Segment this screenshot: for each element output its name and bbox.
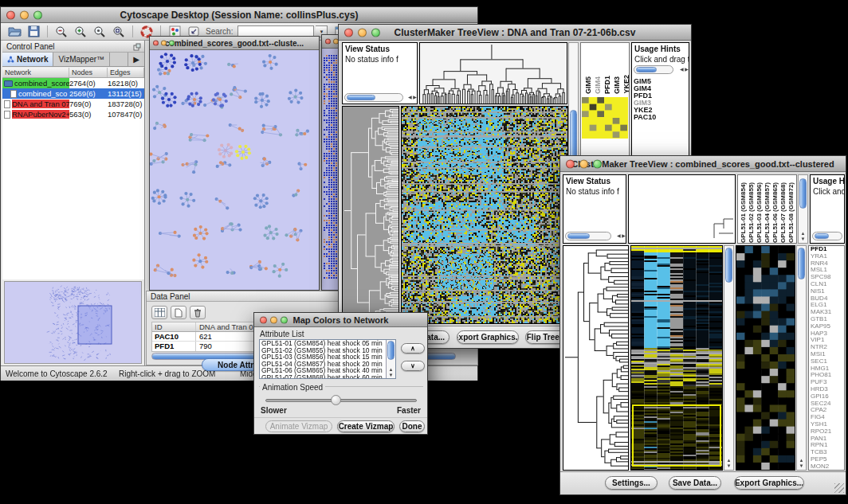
zoom-button[interactable] bbox=[33, 10, 42, 19]
tv2-detail-vscrollbar[interactable]: ▲▼ bbox=[796, 245, 807, 471]
resize-grip[interactable] bbox=[834, 483, 844, 493]
done-button[interactable]: Done bbox=[399, 420, 425, 432]
scroll-thumb[interactable] bbox=[387, 341, 395, 360]
network-view-window: combined_scores_good.txt--cluste... bbox=[149, 36, 320, 291]
faster-label: Faster bbox=[397, 406, 421, 415]
heatmap-canvas[interactable] bbox=[402, 107, 567, 323]
col-edges[interactable]: Edges bbox=[108, 68, 144, 77]
minimize-button[interactable] bbox=[161, 41, 167, 46]
create-vizmap-button[interactable]: Create Vizmap bbox=[337, 420, 395, 432]
heatmap-canvas[interactable] bbox=[631, 246, 722, 470]
animation-speed-label: Animation Speed bbox=[260, 383, 325, 392]
gene-label[interactable]: MON2 bbox=[809, 463, 844, 471]
tv1-info-hscrollbar[interactable] bbox=[634, 65, 673, 74]
table-row[interactable]: combined_scores 2764(0) 16218(0) bbox=[2, 78, 144, 88]
tv2-detail-heatmap[interactable] bbox=[736, 245, 795, 471]
gene-label[interactable]: PAC10 bbox=[632, 114, 656, 121]
close-button[interactable] bbox=[6, 10, 15, 19]
tv2-heatmap[interactable] bbox=[630, 245, 723, 471]
more-tabs-button[interactable]: ▶ bbox=[128, 53, 144, 66]
chevron-right-icon: ▶ bbox=[133, 55, 139, 64]
tv2-column-dendrogram[interactable] bbox=[628, 174, 736, 244]
animation-speed-slider[interactable] bbox=[265, 399, 417, 402]
close-button[interactable] bbox=[344, 28, 353, 37]
export-graphics-button[interactable]: Export Graphics... bbox=[457, 330, 519, 344]
table-row[interactable]: DNA and Tran 07 769(0) 183728(0) bbox=[2, 99, 144, 109]
tv2-labels-vscrollbar[interactable]: ▲▼ bbox=[798, 174, 808, 244]
close-button[interactable] bbox=[566, 159, 575, 168]
row-dendrogram-canvas[interactable] bbox=[343, 107, 398, 323]
view-status-title: View Status bbox=[343, 43, 417, 53]
main-titlebar[interactable]: Cytoscape Desktop (Session Name: collins… bbox=[1, 7, 477, 23]
scroll-thumb[interactable] bbox=[347, 95, 375, 100]
column-label: GPL51-08 (GSM872) bbox=[787, 182, 795, 243]
view-status-hscrollbar[interactable] bbox=[344, 93, 403, 102]
minimize-button[interactable] bbox=[358, 28, 367, 37]
table-row-selected[interactable]: combined_sco 2569(6) 13112(15) bbox=[2, 88, 144, 99]
network-overview-panel[interactable] bbox=[4, 281, 142, 364]
network-window-titlebar[interactable]: combined_scores_good.txt--cluste... bbox=[150, 37, 319, 50]
detail-heatmap-canvas[interactable] bbox=[736, 246, 795, 470]
network-view-canvas[interactable] bbox=[150, 50, 319, 290]
animate-vizmap-button[interactable]: Animate Vizmap bbox=[265, 420, 332, 432]
select-attributes-button[interactable] bbox=[151, 306, 167, 319]
tv1-heatmap[interactable] bbox=[401, 106, 568, 324]
column-dendrogram-canvas[interactable] bbox=[420, 43, 567, 104]
scroll-thumb[interactable] bbox=[567, 233, 590, 239]
control-panel-header: Control Panel bbox=[2, 41, 144, 53]
save-session-button[interactable] bbox=[25, 24, 42, 39]
close-button[interactable] bbox=[325, 39, 331, 45]
row-dendrogram-canvas[interactable] bbox=[563, 246, 628, 470]
minimize-button[interactable] bbox=[20, 10, 29, 19]
column-label: GIM3 bbox=[613, 76, 622, 94]
usage-hints-title: Usage Hints bbox=[632, 43, 689, 53]
tv1-summary-matrix-canvas[interactable] bbox=[582, 97, 628, 139]
scroll-thumb[interactable] bbox=[798, 248, 805, 279]
zoom-in-icon[interactable] bbox=[72, 24, 89, 39]
minimize-button[interactable] bbox=[270, 316, 277, 323]
scroll-thumb[interactable] bbox=[815, 233, 829, 239]
tv2-row-dendrogram[interactable] bbox=[563, 245, 629, 471]
scroll-thumb[interactable] bbox=[799, 178, 807, 209]
network-overview-canvas[interactable] bbox=[5, 282, 141, 363]
column-dendrogram-canvas[interactable] bbox=[629, 175, 735, 243]
minimize-button[interactable] bbox=[579, 159, 588, 168]
save-data-button[interactable]: Save Data... bbox=[669, 476, 721, 490]
zoom-fit-icon[interactable] bbox=[91, 24, 108, 39]
col-nodes[interactable]: Nodes bbox=[69, 68, 108, 77]
tab-vizmapper[interactable]: VizMapper™ bbox=[53, 53, 110, 66]
attribute-list-scrollbar[interactable]: ▲▼ bbox=[386, 340, 395, 378]
scroll-thumb[interactable] bbox=[636, 67, 657, 72]
zoom-out-icon[interactable] bbox=[53, 24, 70, 39]
slider-thumb[interactable] bbox=[331, 395, 341, 405]
column-label: GIM4 bbox=[594, 76, 603, 94]
attribute-item[interactable]: GPL51-07 (GSM868) heat shock 60 min bbox=[260, 374, 395, 379]
zoom-button[interactable] bbox=[281, 316, 288, 323]
delete-attribute-icon[interactable] bbox=[190, 306, 206, 319]
export-graphics-button[interactable]: Export Graphics... bbox=[734, 476, 804, 490]
tv2-heatmap-vscrollbar[interactable]: ▲▼ bbox=[724, 245, 734, 471]
table-row[interactable]: RNAPuberNov2+ 563(0) 107847(0) bbox=[2, 109, 144, 119]
zoom-button[interactable] bbox=[593, 159, 602, 168]
zoom-button[interactable] bbox=[371, 28, 380, 37]
usage-hints-hscrollbar[interactable] bbox=[812, 232, 842, 240]
scroll-thumb[interactable] bbox=[725, 248, 732, 283]
float-panel-icon[interactable] bbox=[133, 43, 141, 51]
move-down-button[interactable]: ∨ bbox=[401, 361, 425, 371]
open-session-button[interactable] bbox=[6, 24, 23, 39]
settings-button[interactable]: Settings... bbox=[605, 476, 658, 490]
tab-network[interactable]: Network bbox=[2, 53, 53, 66]
col-network[interactable]: Network bbox=[2, 68, 69, 77]
close-button[interactable] bbox=[153, 41, 159, 46]
close-button[interactable] bbox=[260, 316, 267, 323]
dialog-titlebar[interactable]: Map Colors to Network bbox=[254, 313, 427, 327]
tv1-row-dendrogram[interactable] bbox=[342, 106, 399, 324]
treeview1-titlebar[interactable]: ClusterMaker TreeView : DNA and Tran 07-… bbox=[339, 25, 691, 41]
new-attribute-button[interactable] bbox=[171, 306, 186, 319]
view-status-hscrollbar[interactable] bbox=[565, 232, 611, 240]
zoom-selected-icon[interactable] bbox=[110, 24, 128, 39]
treeview2-titlebar[interactable]: ClusterMaker TreeView : combined_scores_… bbox=[560, 156, 846, 172]
move-up-button[interactable]: ∧ bbox=[401, 343, 425, 354]
zoom-button[interactable] bbox=[169, 41, 175, 46]
tv1-column-dendrogram[interactable] bbox=[419, 42, 567, 104]
